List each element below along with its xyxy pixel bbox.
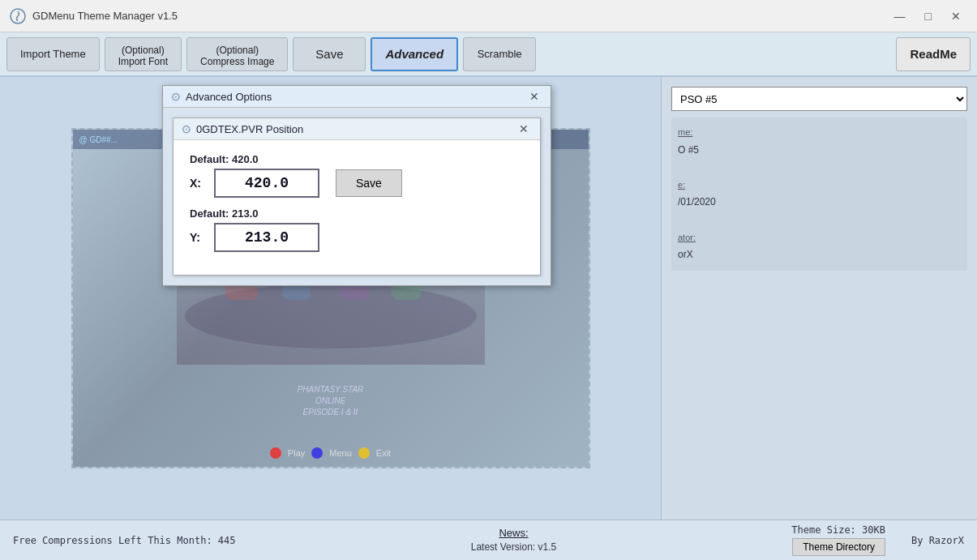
app-icon	[10, 8, 26, 24]
by-label: By RazorX	[911, 535, 964, 546]
import-font-button[interactable]: (Optional) Import Font	[105, 37, 182, 71]
pvr-title-left: ⊙ 0GDTEX.PVR Position	[182, 122, 303, 135]
adv-spiral-icon: ⊙	[171, 90, 181, 103]
app-title: GDMenu Theme Manager v1.5	[32, 10, 178, 22]
titlebar: GDMenu Theme Manager v1.5 — □ ✕	[0, 0, 977, 32]
pvr-x-label: X:	[190, 177, 206, 190]
preview-game-title: PHANTASY STARONLINEEPISODE I & II	[298, 384, 364, 418]
pvr-y-row: Default: 213.0 Y:	[190, 207, 524, 252]
advanced-button[interactable]: Advanced	[371, 37, 458, 71]
pvr-x-row: Default: 420.0 X: Save	[190, 153, 524, 198]
theme-directory-button[interactable]: Theme Directory	[792, 538, 885, 556]
pvr-position-window: ⊙ 0GDTEX.PVR Position ✕ Default: 420.0 X…	[173, 118, 541, 276]
main-content: @ GD##...	[0, 77, 977, 519]
pvr-spiral-icon: ⊙	[182, 122, 191, 135]
pvr-x-input[interactable]	[214, 169, 319, 198]
status-center: News: Latest Version: v1.5	[471, 527, 556, 554]
btn-a-icon	[270, 447, 281, 459]
advanced-options-title-left: ⊙ Advanced Options	[171, 90, 272, 103]
statusbar: Free Compressions Left This Month: 445 N…	[0, 519, 977, 560]
play-label: Play	[288, 448, 305, 458]
version-label: Latest Version: v1.5	[471, 541, 556, 553]
btn-x-icon	[311, 447, 323, 459]
theme-select[interactable]: PSO #5	[671, 87, 967, 111]
date-value: /01/2020	[678, 196, 716, 207]
advanced-options-close-button[interactable]: ✕	[526, 90, 542, 103]
toolbar: Import Theme (Optional) Import Font (Opt…	[0, 32, 977, 77]
pvr-titlebar: ⊙ 0GDTEX.PVR Position ✕	[174, 118, 540, 140]
titlebar-left: GDMenu Theme Manager v1.5	[10, 8, 178, 24]
compressions-label: Free Compressions Left This Month: 445	[13, 535, 236, 546]
pvr-y-input[interactable]	[214, 223, 319, 252]
right-panel: PSO #5 me: O #5 e: /01/2020 ator: orX	[661, 77, 977, 519]
name-label: me: O #5	[678, 124, 961, 159]
pvr-x-input-row: X: Save	[190, 169, 524, 198]
pvr-window-title: 0GDTEX.PVR Position	[196, 123, 303, 135]
theme-dropdown-row: PSO #5	[671, 87, 967, 111]
btn-y-icon	[358, 447, 370, 459]
pvr-y-label: Y:	[190, 231, 206, 244]
pvr-default-y: Default: 213.0	[190, 207, 524, 220]
advanced-options-title: Advanced Options	[186, 91, 272, 103]
news-label: News:	[471, 527, 556, 539]
status-right-group: Theme Size: 30KB Theme Directory By Razo…	[791, 524, 964, 556]
readme-button[interactable]: ReadMe	[896, 37, 971, 71]
compress-image-button[interactable]: (Optional) Compress Image	[186, 37, 288, 71]
pvr-default-x: Default: 420.0	[190, 153, 524, 165]
advanced-options-titlebar: ⊙ Advanced Options ✕	[163, 86, 551, 108]
close-button[interactable]: ✕	[945, 8, 967, 24]
theme-size-label: Theme Size: 30KB	[791, 524, 885, 536]
maximize-button[interactable]: □	[919, 8, 938, 24]
pvr-close-button[interactable]: ✕	[516, 122, 532, 135]
minimize-button[interactable]: —	[888, 8, 912, 24]
creator-value: orX	[678, 249, 693, 260]
advanced-options-window[interactable]: ⊙ Advanced Options ✕ ⊙ 0GDTEX.PVR Positi…	[162, 85, 551, 286]
name-value: O #5	[678, 144, 699, 156]
pvr-save-button[interactable]: Save	[336, 169, 402, 197]
exit-label: Exit	[376, 448, 391, 458]
menu-label: Menu	[329, 448, 352, 458]
pvr-y-input-row: Y:	[190, 223, 524, 252]
preview-buttons: Play Menu Exit	[270, 447, 391, 459]
pvr-body: Default: 420.0 X: Save Default: 213.0 Y:	[174, 140, 540, 275]
theme-info: me: O #5 e: /01/2020 ator: orX	[671, 118, 967, 271]
import-theme-button[interactable]: Import Theme	[6, 37, 100, 71]
date-label: e: /01/2020	[678, 177, 961, 212]
preview-top-label: @ GD##...	[79, 135, 118, 144]
scramble-button[interactable]: Scramble	[463, 37, 536, 71]
status-right: Theme Size: 30KB Theme Directory	[791, 524, 885, 556]
creator-label: ator: orX	[678, 229, 961, 264]
titlebar-controls: — □ ✕	[888, 8, 967, 24]
save-button[interactable]: Save	[293, 37, 366, 71]
